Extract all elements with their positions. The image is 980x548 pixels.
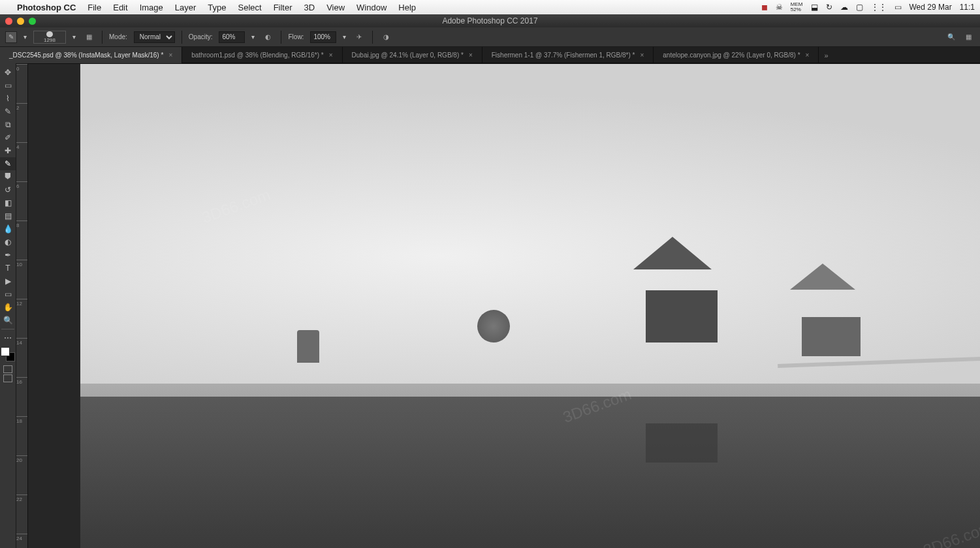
foreground-color[interactable] — [1, 347, 10, 356]
display-icon[interactable]: ▢ — [856, 3, 863, 12]
tab-dsc2545[interactable]: _DSC2545.psd @ 38% (InstaMask, Layer Mas… — [0, 47, 182, 63]
close-window-icon[interactable] — [5, 18, 12, 25]
tab-label: Fishermen 1-1 @ 37.7% (Fishermen 1, RGB/… — [492, 52, 635, 59]
quickmask-icon[interactable] — [3, 365, 12, 373]
eraser-tool-icon[interactable]: ◧ — [0, 196, 16, 209]
menu-file[interactable]: File — [87, 3, 101, 12]
move-tool-icon[interactable]: ✥ — [0, 66, 16, 79]
menu-window[interactable]: Window — [356, 3, 387, 12]
path-select-icon[interactable]: ▶ — [0, 275, 16, 288]
lasso-tool-icon[interactable]: ⌇ — [0, 92, 16, 105]
pressure-size-icon[interactable]: ◑ — [379, 31, 392, 43]
tools-panel: ✥ ▭ ⌇ ✎ ⧉ ✐ ✚ ✎ ⛊ ↺ ◧ ▤ 💧 ◐ ✒ T ▶ ▭ ✋ 🔍 … — [0, 63, 16, 548]
menu-image[interactable]: Image — [140, 3, 163, 12]
battery-icon[interactable]: ▭ — [894, 3, 902, 12]
cloud-icon[interactable]: ☁ — [840, 3, 848, 12]
status-badge-icon[interactable]: ◼ — [761, 3, 768, 12]
skull-icon[interactable]: ☠ — [776, 3, 783, 12]
crop-tool-icon[interactable]: ⧉ — [0, 118, 16, 131]
opacity-input[interactable] — [219, 31, 245, 43]
tab-label: bathroom1.psd @ 38% (Blending, RGB/16*) … — [191, 52, 323, 59]
tab-close-icon[interactable]: × — [329, 52, 333, 59]
brush-tool-preset-icon[interactable]: ✎ — [5, 31, 17, 43]
sync-icon[interactable]: ↻ — [826, 3, 832, 12]
pen-tool-icon[interactable]: ✒ — [0, 249, 16, 262]
tab-label: Dubai.jpg @ 24.1% (Layer 0, RGB/8) * — [352, 52, 464, 59]
airbrush-icon[interactable]: ✈ — [353, 31, 366, 43]
tabs-overflow-icon[interactable]: » — [819, 47, 833, 63]
marquee-tool-icon[interactable]: ▭ — [0, 79, 16, 92]
blur-tool-icon[interactable]: 💧 — [0, 222, 16, 236]
eyedropper-tool-icon[interactable]: ✐ — [0, 131, 16, 144]
pressure-opacity-icon[interactable]: ◐ — [261, 31, 274, 43]
window-title: Adobe Photoshop CC 2017 — [442, 16, 537, 25]
ruler-vertical[interactable]: 02468101214161820222426283032 — [16, 64, 28, 548]
stamp-tool-icon[interactable]: ⛊ — [0, 170, 16, 183]
document-image: 3D66.com 3D66.com 3D66.com — [80, 64, 980, 548]
menu-filter[interactable]: Filter — [274, 3, 292, 12]
blend-mode-select[interactable]: Normal — [134, 31, 175, 43]
dropbox-icon[interactable]: ⬓ — [811, 3, 818, 12]
workspace-icon[interactable]: ▦ — [962, 31, 975, 43]
screenmode-icon[interactable] — [3, 374, 12, 382]
minimize-window-icon[interactable] — [17, 18, 24, 25]
search-icon[interactable]: 🔍 — [945, 31, 958, 43]
menu-type[interactable]: Type — [208, 3, 226, 12]
mem-label: MEM52% — [791, 2, 803, 12]
hand-tool-icon[interactable]: ✋ — [0, 301, 16, 314]
quickselect-tool-icon[interactable]: ✎ — [0, 105, 16, 118]
app-name[interactable]: Photoshop CC — [17, 3, 76, 12]
menu-edit[interactable]: Edit — [113, 3, 127, 12]
flow-input[interactable] — [310, 31, 336, 43]
history-brush-icon[interactable]: ↺ — [0, 183, 16, 196]
gradient-tool-icon[interactable]: ▤ — [0, 209, 16, 222]
dodge-tool-icon[interactable]: ◐ — [0, 236, 16, 249]
tab-dubai[interactable]: Dubai.jpg @ 24.1% (Layer 0, RGB/8) * × — [343, 47, 482, 63]
flow-label: Flow: — [288, 33, 304, 40]
menu-3d[interactable]: 3D — [304, 3, 315, 12]
document-tabs: _DSC2545.psd @ 38% (InstaMask, Layer Mas… — [0, 47, 980, 63]
document-canvas[interactable]: 3D66.com 3D66.com 3D66.com — [28, 64, 980, 548]
brush-preview[interactable]: 1298 — [33, 31, 66, 44]
shape-tool-icon[interactable]: ▭ — [0, 288, 16, 301]
mac-menubar: Photoshop CC File Edit Image Layer Type … — [0, 0, 980, 14]
brush-size: 1298 — [44, 37, 55, 43]
menu-layer[interactable]: Layer — [175, 3, 197, 12]
tab-close-icon[interactable]: × — [469, 52, 473, 59]
tab-label: _DSC2545.psd @ 38% (InstaMask, Layer Mas… — [9, 52, 163, 59]
opacity-label: Opacity: — [189, 33, 213, 40]
color-swatches[interactable] — [1, 347, 15, 361]
canvas-area: 0246810121416182022242628303234363840424… — [16, 63, 980, 548]
menubar-status: ◼ ☠ MEM52% ⬓ ↻ ☁ ▢ ⋮⋮ ▭ Wed 29 Mar 11:1 — [761, 2, 975, 12]
maximize-window-icon[interactable] — [29, 18, 36, 25]
brush-panel-icon[interactable]: ▦ — [82, 31, 95, 43]
menu-select[interactable]: Select — [238, 3, 261, 12]
tab-label: antelope.canyon.jpg @ 22% (Layer 0, RGB/… — [663, 52, 800, 59]
brush-tool-icon[interactable]: ✎ — [0, 157, 16, 170]
tab-close-icon[interactable]: × — [640, 52, 644, 59]
options-bar: ✎ ▾ 1298 ▾ ▦ Mode: Normal Opacity: ▾ ◐ F… — [0, 27, 980, 47]
menu-help[interactable]: Help — [398, 3, 416, 12]
tab-bathroom1[interactable]: bathroom1.psd @ 38% (Blending, RGB/16*) … — [182, 47, 342, 63]
clock-time[interactable]: 11:1 — [960, 3, 975, 12]
zoom-tool-icon[interactable]: 🔍 — [0, 314, 16, 327]
window-titlebar: Adobe Photoshop CC 2017 — [0, 14, 980, 27]
menu-view[interactable]: View — [326, 3, 345, 12]
wifi-icon[interactable]: ⋮⋮ — [871, 3, 887, 12]
type-tool-icon[interactable]: T — [0, 262, 16, 275]
tab-antelope[interactable]: antelope.canyon.jpg @ 22% (Layer 0, RGB/… — [654, 47, 819, 63]
mode-label: Mode: — [109, 33, 127, 40]
edit-toolbar-icon[interactable]: ⋯ — [0, 331, 16, 344]
clock-date[interactable]: Wed 29 Mar — [909, 3, 952, 12]
tab-close-icon[interactable]: × — [168, 52, 172, 59]
tab-close-icon[interactable]: × — [806, 52, 810, 59]
healing-tool-icon[interactable]: ✚ — [0, 144, 16, 157]
tab-fishermen[interactable]: Fishermen 1-1 @ 37.7% (Fishermen 1, RGB/… — [482, 47, 654, 63]
